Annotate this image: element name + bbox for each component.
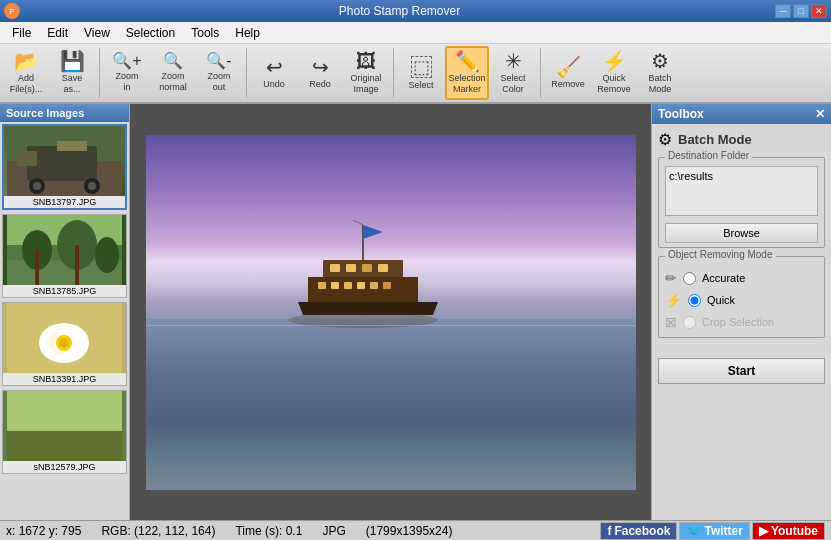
sea-layer (146, 319, 636, 489)
add-files-icon: 📂 (14, 51, 39, 71)
toolbar-sep-4 (540, 48, 541, 98)
maximize-button[interactable]: □ (793, 4, 809, 18)
status-dimensions: (1799x1395x24) (366, 524, 453, 538)
list-item[interactable]: sNB12579.JPG (2, 390, 127, 474)
accurate-radio[interactable] (683, 272, 696, 285)
destination-folder-group: Destination Folder Browse (658, 157, 825, 248)
batch-mode-gear-icon: ⚙ (658, 130, 672, 149)
close-button[interactable]: ✕ (811, 4, 827, 18)
destination-folder-legend: Destination Folder (665, 150, 752, 161)
svg-rect-28 (7, 431, 122, 461)
toolbox-header: Toolbox ✕ (652, 104, 831, 124)
svg-rect-2 (27, 146, 97, 181)
svg-point-25 (59, 338, 69, 348)
status-info: x: 1672 y: 795 RGB: (122, 112, 164) Time… (6, 524, 600, 538)
removing-mode-options: ✏ Accurate ⚡ Quick ⊠ Crop Selection (665, 261, 818, 333)
source-panel: Source Images SN (0, 104, 130, 520)
crop-selection-icon: ⊠ (665, 314, 677, 330)
canvas-area[interactable] (130, 104, 651, 520)
crop-selection-label: Crop Selection (702, 316, 774, 328)
menu-help[interactable]: Help (227, 24, 268, 42)
save-as-button[interactable]: 💾 Saveas... (50, 46, 94, 100)
app-title: Photo Stamp Remover (24, 4, 775, 18)
selection-marker-button[interactable]: ✏️ SelectionMarker (445, 46, 489, 100)
menu-view[interactable]: View (76, 24, 118, 42)
select-color-button[interactable]: ✳ SelectColor (491, 46, 535, 100)
object-removing-mode-group: Object Removing Mode ✏ Accurate ⚡ Quick … (658, 256, 825, 338)
add-files-button[interactable]: 📂 AddFile(s)... (4, 46, 48, 100)
svg-rect-36 (362, 264, 372, 272)
select-button[interactable]: ⬚ Select (399, 46, 443, 100)
quick-remove-button[interactable]: ⚡ QuickRemove (592, 46, 636, 100)
main-image[interactable] (146, 135, 636, 490)
thumb-1-icon (7, 126, 122, 196)
minimize-button[interactable]: ─ (775, 4, 791, 18)
svg-rect-27 (7, 391, 122, 431)
menu-tools[interactable]: Tools (183, 24, 227, 42)
thumb-3-icon (7, 303, 122, 373)
accurate-label: Accurate (702, 272, 745, 284)
facebook-label: Facebook (614, 524, 670, 538)
destination-folder-input[interactable] (665, 166, 818, 216)
source-item-filename: sNB12579.JPG (3, 461, 126, 473)
toolbox-title: Toolbox (658, 107, 704, 121)
svg-rect-34 (330, 264, 340, 272)
quick-radio[interactable] (688, 294, 701, 307)
youtube-label: Youtube (771, 524, 818, 538)
svg-line-31 (353, 220, 363, 225)
list-item[interactable]: SNB13797.JPG (2, 124, 127, 210)
svg-rect-41 (357, 282, 365, 289)
original-image-icon: 🖼 (356, 51, 376, 71)
list-item[interactable]: SNB13785.JPG (2, 214, 127, 298)
twitter-button[interactable]: 🐦 Twitter (679, 522, 749, 540)
start-button[interactable]: Start (658, 358, 825, 384)
original-image-button[interactable]: 🖼 OriginalImage (344, 46, 388, 100)
undo-icon: ↩ (266, 57, 283, 77)
toolbar-sep-3 (393, 48, 394, 98)
status-time: Time (s): 0.1 (235, 524, 302, 538)
svg-point-14 (95, 237, 119, 273)
undo-button[interactable]: ↩ Undo (252, 46, 296, 100)
zoom-normal-icon: 🔍 (163, 53, 183, 69)
youtube-icon: ▶ (759, 524, 768, 538)
source-item-filename: SNB13797.JPG (4, 196, 125, 208)
svg-point-4 (33, 182, 41, 190)
accurate-option: ✏ Accurate (665, 267, 818, 289)
menu-selection[interactable]: Selection (118, 24, 183, 42)
zoom-out-button[interactable]: 🔍- Zoomout (197, 46, 241, 100)
twitter-label: Twitter (704, 524, 742, 538)
browse-button[interactable]: Browse (665, 223, 818, 243)
svg-rect-40 (344, 282, 352, 289)
window-controls: ─ □ ✕ (775, 4, 827, 18)
quick-icon: ⚡ (665, 292, 682, 308)
batch-mode-button[interactable]: ⚙ BatchMode (638, 46, 682, 100)
menu-file[interactable]: File (4, 24, 39, 42)
source-panel-title: Source Images (0, 104, 129, 122)
remove-button[interactable]: 🧹 Remove (546, 46, 590, 100)
svg-rect-37 (378, 264, 388, 272)
source-item-filename: SNB13391.JPG (3, 373, 126, 385)
select-color-icon: ✳ (505, 51, 522, 71)
crop-selection-option: ⊠ Crop Selection (665, 311, 818, 333)
toolbar: 📂 AddFile(s)... 💾 Saveas... 🔍+ Zoomin 🔍 … (0, 44, 831, 104)
zoom-in-icon: 🔍+ (112, 53, 141, 69)
quick-label: Quick (707, 294, 735, 306)
save-icon: 💾 (60, 51, 85, 71)
svg-rect-8 (57, 141, 87, 151)
batch-mode-section: ⚙ Batch Mode (658, 130, 825, 149)
redo-icon: ↪ (312, 57, 329, 77)
toolbox-panel: Toolbox ✕ ⚙ Batch Mode Destination Folde… (651, 104, 831, 520)
zoom-in-button[interactable]: 🔍+ Zoomin (105, 46, 149, 100)
toolbox-close-icon[interactable]: ✕ (815, 107, 825, 121)
list-item[interactable]: SNB13391.JPG (2, 302, 127, 386)
redo-button[interactable]: ↪ Redo (298, 46, 342, 100)
youtube-button[interactable]: ▶ Youtube (752, 522, 825, 540)
facebook-button[interactable]: f Facebook (600, 522, 677, 540)
source-list[interactable]: SNB13797.JPG SNB13785.JPG (0, 122, 129, 520)
facebook-icon: f (607, 524, 611, 538)
zoom-normal-button[interactable]: 🔍 Zoomnormal (151, 46, 195, 100)
svg-rect-38 (318, 282, 326, 289)
crop-selection-radio[interactable] (683, 316, 696, 329)
svg-point-6 (88, 182, 96, 190)
menu-edit[interactable]: Edit (39, 24, 76, 42)
